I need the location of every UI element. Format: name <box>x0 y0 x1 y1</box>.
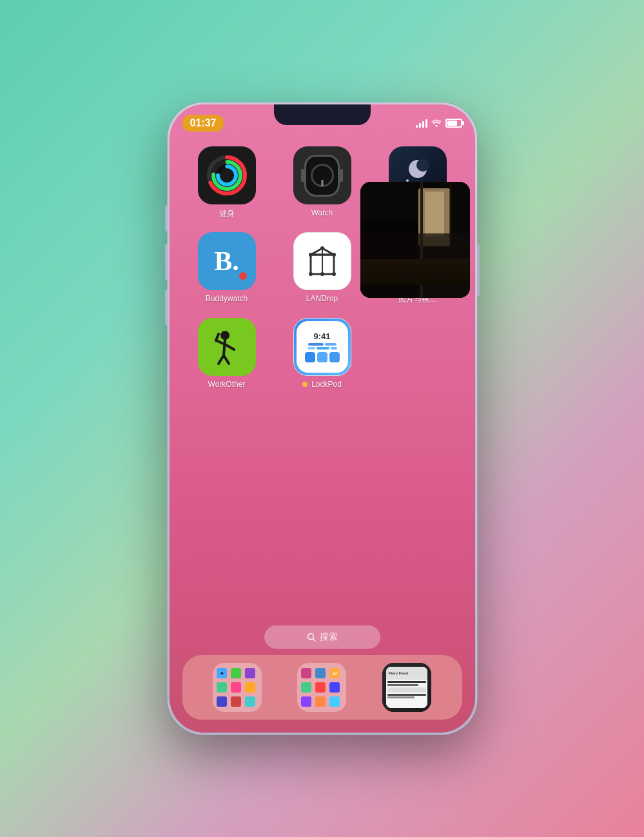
dock-folder-2[interactable]: M <box>297 663 346 712</box>
svg-point-16 <box>309 253 313 257</box>
svg-point-36 <box>307 634 313 640</box>
search-label: 搜索 <box>320 631 338 643</box>
svg-line-27 <box>224 355 229 364</box>
svg-point-18 <box>309 272 313 276</box>
dock-folder-1[interactable]: ✦ <box>213 663 262 712</box>
search-bar[interactable]: 搜索 <box>264 625 380 649</box>
svg-point-7 <box>416 159 429 172</box>
app-workother-label: WorkOther <box>208 380 246 389</box>
signal-icon <box>416 119 427 128</box>
svg-point-19 <box>332 272 336 276</box>
app-lockpod[interactable]: 9:41 <box>278 318 367 389</box>
search-icon <box>307 633 316 642</box>
svg-point-15 <box>320 246 324 250</box>
svg-point-21 <box>220 331 229 340</box>
battery-icon <box>445 119 462 128</box>
volume-up-button[interactable] <box>165 244 168 280</box>
app-fitness[interactable]: 健身 <box>182 146 271 219</box>
popup-overlay <box>360 182 470 298</box>
status-icons <box>416 118 462 129</box>
svg-line-37 <box>313 639 315 641</box>
popup-image <box>360 182 470 298</box>
svg-rect-31 <box>425 192 444 237</box>
status-bar: 01:37 <box>170 104 475 137</box>
app-empty-slot <box>373 318 462 389</box>
status-time: 01:37 <box>182 115 224 132</box>
svg-rect-33 <box>360 233 470 298</box>
svg-point-20 <box>320 272 324 276</box>
app-watch[interactable]: Watch <box>278 146 367 219</box>
dock: ✦ M <box>182 655 462 720</box>
volume-down-button[interactable] <box>165 290 168 325</box>
lockpod-label-row: LockPod <box>302 380 342 389</box>
app-landrop-label: LANDrop <box>306 294 338 303</box>
dock-news[interactable]: Fiery Feed <box>382 663 431 712</box>
lockpod-time: 9:41 <box>313 331 330 341</box>
app-buddywatch[interactable]: B. Buddywatch <box>182 232 271 305</box>
app-lockpod-label: LockPod <box>311 380 342 389</box>
app-landrop[interactable]: LANDrop <box>278 232 367 305</box>
svg-line-25 <box>225 344 234 350</box>
svg-line-24 <box>216 334 219 340</box>
lockpod-dot <box>302 382 307 387</box>
phone-frame: 01:37 <box>168 103 477 734</box>
app-watch-label: Watch <box>311 208 333 217</box>
wifi-icon <box>431 118 442 129</box>
app-buddywatch-label: Buddywatch <box>206 294 248 303</box>
svg-point-17 <box>332 253 336 257</box>
svg-line-26 <box>219 355 224 364</box>
app-workother[interactable]: WorkOther <box>182 318 271 389</box>
app-fitness-label: 健身 <box>219 208 235 219</box>
svg-line-22 <box>224 340 225 355</box>
